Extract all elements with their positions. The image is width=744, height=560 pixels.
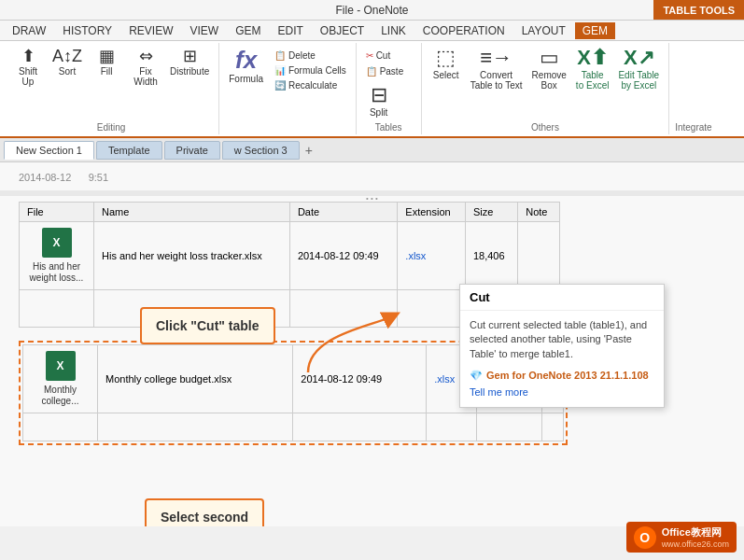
ribbon-group-integrate: Integrate [669, 43, 717, 134]
col-note: Note [518, 203, 560, 222]
menu-view[interactable]: VIEW [182, 22, 226, 39]
logo-main: Office教程网 [662, 525, 729, 539]
title-bar: File - OneNote TABLE TOOLS [0, 0, 744, 21]
tell-more-link[interactable]: Tell me more [470, 386, 528, 398]
time: 9:51 [89, 172, 108, 183]
cut-label: Cut [376, 50, 391, 61]
distribute-icon: ⊞ [183, 48, 197, 64]
remove-box-icon: ▭ [540, 48, 559, 68]
cut-button[interactable]: ✂ Cut [362, 49, 415, 63]
remove-box-button[interactable]: ▭ RemoveBox [528, 45, 570, 93]
col-size: Size [465, 203, 517, 222]
app-title: File - OneNote [335, 4, 408, 17]
menu-gem-active[interactable]: GEM [575, 22, 615, 39]
fix-width-button[interactable]: ⇔ FixWidth [127, 45, 164, 90]
formula-button[interactable]: fx Formula [225, 45, 267, 87]
menu-draw[interactable]: DRAW [5, 22, 53, 39]
menu-gem[interactable]: GEM [228, 22, 268, 39]
tooltip-body-text: Cut current selected table (table1), and… [470, 319, 647, 359]
add-tab-button[interactable]: + [302, 143, 316, 158]
delete-button[interactable]: 📋 Delete [271, 49, 350, 63]
tooltip-link[interactable]: Tell me more [470, 385, 654, 399]
tab-section-3[interactable]: w Section 3 [222, 141, 300, 160]
office-logo: O Office教程网 www.office26.com [626, 522, 737, 553]
arrow-cut-svg [299, 307, 411, 377]
formula-label: Formula [229, 74, 263, 84]
ribbon: ⬆ ShiftUp A↕Z Sort ▦ Fill ⇔ FixWidth ⊞ [0, 41, 744, 138]
menu-cooperation[interactable]: COOPERATION [415, 22, 512, 39]
formula-cells-button[interactable]: 📊 Formula Cells [271, 63, 350, 77]
shift-up-icon: ⬆ [21, 48, 35, 64]
menu-history[interactable]: HISTORY [55, 22, 119, 39]
distribute-button[interactable]: ⊞ Distribute [166, 45, 213, 79]
formula-cells-icon: 📊 [274, 65, 286, 76]
paste-icon: 📋 [366, 66, 377, 77]
table-to-excel-button[interactable]: X⬆ Tableto Excel [572, 45, 613, 93]
menu-edit[interactable]: EDIT [270, 22, 310, 39]
tab-template[interactable]: Template [96, 141, 162, 160]
date: 2014-08-12 [19, 172, 71, 183]
convert-table-to-text-button[interactable]: ≡→ ConvertTable to Text [467, 45, 526, 93]
recalculate-icon: 🔄 [274, 80, 286, 91]
page-tabs: New Section 1 Template Private w Section… [0, 138, 744, 162]
tables-group-label: Tables [362, 120, 415, 133]
menu-bar: DRAW HISTORY REVIEW VIEW GEM EDIT OBJECT… [0, 21, 744, 41]
tooltip-popup: Cut Cut current selected table (table1),… [459, 284, 665, 408]
recalculate-button[interactable]: 🔄 Recalculate [271, 78, 350, 92]
tooltip-gem: 💎 Gem for OneNote 2013 21.1.1.108 [470, 369, 654, 383]
fill-label: Fill [101, 66, 113, 77]
empty-2 [23, 413, 98, 441]
xlsx-icon-1: X [42, 228, 72, 258]
logo-sub: www.office26.com [662, 539, 729, 549]
fill-button[interactable]: ▦ Fill [88, 45, 125, 79]
formula-icon: fx [235, 48, 257, 72]
gem-icon: 💎 [470, 369, 483, 383]
tooltip-title: Cut [460, 285, 664, 311]
convert-label: ConvertTable to Text [470, 70, 523, 91]
sort-icon: A↕Z [52, 48, 82, 64]
table-to-excel-label: Tableto Excel [576, 70, 610, 91]
edit-table-label: Edit Tableby Excel [618, 70, 659, 91]
name-cell-1: His and her weight loss tracker.xlsx [94, 222, 290, 290]
ext-cell-1[interactable]: .xlsx [398, 222, 466, 290]
tab-private[interactable]: Private [164, 141, 220, 160]
recalculate-label: Recalculate [288, 80, 337, 91]
callout-select-text: Select secondtable [161, 510, 248, 526]
callout-select: Select secondtable [145, 498, 264, 526]
distribute-label: Distribute [170, 66, 209, 77]
split-button[interactable]: ⊟ Split [362, 82, 396, 120]
scroll-indicator: • • • [0, 190, 744, 196]
content-area: 2014-08-12 9:51 • • • File Name Date Ext… [0, 162, 744, 526]
sort-button[interactable]: A↕Z Sort [49, 45, 86, 79]
name-cell-2: Monthly college budget.xlsx [98, 345, 293, 413]
tab-new-section-1[interactable]: New Section 1 [4, 141, 94, 160]
menu-link[interactable]: LINK [373, 22, 414, 39]
formula-cells-label: Formula Cells [288, 65, 346, 76]
paste-label: Paste [380, 66, 404, 77]
others-buttons: ⬚ Select ≡→ ConvertTable to Text ▭ Remov… [428, 45, 664, 120]
e4 [427, 413, 477, 441]
shift-up-button[interactable]: ⬆ ShiftUp [9, 45, 47, 90]
delete-label: Delete [288, 50, 316, 61]
menu-object[interactable]: OBJECT [313, 22, 372, 39]
split-icon: ⊟ [371, 85, 387, 105]
note-cell-1 [518, 222, 560, 290]
table-tools-accent: TABLE TOOLS [653, 0, 744, 20]
split-label: Split [370, 107, 387, 118]
ribbon-group-editing: ⬆ ShiftUp A↕Z Sort ▦ Fill ⇔ FixWidth ⊞ [4, 43, 219, 134]
table-to-excel-icon: X⬆ [577, 48, 608, 68]
menu-layout[interactable]: LAYOUT [514, 22, 573, 39]
table-row: X His and her weight loss... His and her… [20, 222, 560, 290]
tooltip-body: Cut current selected table (table1), and… [460, 311, 664, 407]
size-cell-1: 18,406 [465, 222, 517, 290]
col-date: Date [289, 203, 397, 222]
edit-table-by-excel-button[interactable]: X↗ Edit Tableby Excel [614, 45, 663, 93]
e6 [541, 413, 563, 441]
empty-file-cell [20, 290, 94, 328]
select-button[interactable]: ⬚ Select [428, 45, 465, 83]
menu-review[interactable]: REVIEW [121, 22, 180, 39]
cut-icon: ✂ [366, 50, 373, 61]
paste-button[interactable]: 📋 Paste [362, 64, 415, 78]
delete-icon: 📋 [274, 50, 286, 61]
date-time: 2014-08-12 9:51 [19, 172, 725, 183]
